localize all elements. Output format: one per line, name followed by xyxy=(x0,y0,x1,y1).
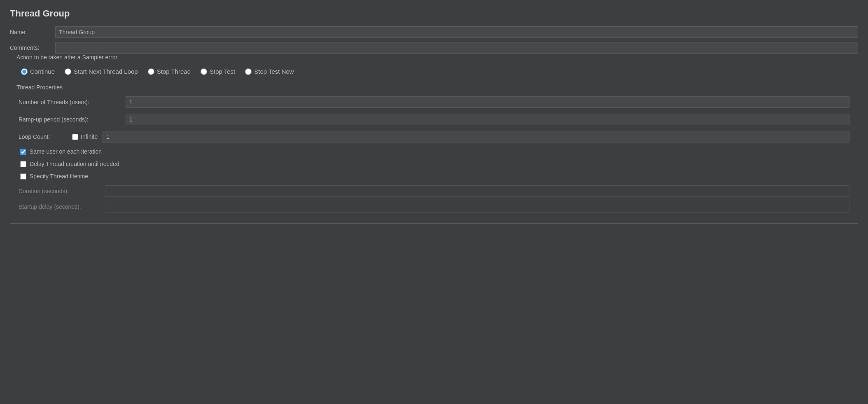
loop-count-label: Loop Count: xyxy=(19,133,72,140)
radio-stop-test-label: Stop Test xyxy=(210,68,235,75)
radio-stop-test-input[interactable] xyxy=(201,68,207,75)
radio-start-next-label: Start Next Thread Loop xyxy=(74,68,138,75)
sampler-error-section: Action to be taken after a Sampler error… xyxy=(10,58,858,81)
name-label: Name: xyxy=(10,29,55,35)
radio-continue[interactable]: Continue xyxy=(21,68,55,75)
num-threads-label: Number of Threads (users): xyxy=(19,99,126,105)
radio-group: Continue Start Next Thread Loop Stop Thr… xyxy=(17,64,851,77)
delay-thread-row: Delay Thread creation until needed xyxy=(19,161,849,167)
comments-input[interactable] xyxy=(55,42,858,54)
loop-count-row: Loop Count: Infinite xyxy=(19,131,849,142)
radio-continue-input[interactable] xyxy=(21,68,28,75)
radio-stop-test-now-label: Stop Test Now xyxy=(254,68,294,75)
infinite-wrap: Infinite xyxy=(72,133,98,140)
same-user-checkbox[interactable] xyxy=(20,149,26,155)
delay-thread-checkbox[interactable] xyxy=(20,161,26,167)
ramp-up-label: Ramp-up period (seconds): xyxy=(19,116,126,123)
radio-start-next-thread-loop[interactable]: Start Next Thread Loop xyxy=(65,68,138,75)
duration-label: Duration (seconds): xyxy=(19,188,105,194)
comments-row: Comments: xyxy=(10,42,858,54)
delay-thread-label: Delay Thread creation until needed xyxy=(30,161,119,167)
same-user-label: Same user on each iteration xyxy=(30,148,102,155)
startup-delay-row: Startup delay (seconds): xyxy=(19,201,849,213)
page-title: Thread Group xyxy=(10,8,858,19)
num-threads-input[interactable] xyxy=(126,96,849,108)
radio-continue-label: Continue xyxy=(30,68,55,75)
sampler-error-legend: Action to be taken after a Sampler error xyxy=(14,54,119,61)
specify-lifetime-checkbox[interactable] xyxy=(20,173,26,180)
startup-delay-input[interactable] xyxy=(105,201,849,213)
radio-stop-test-now[interactable]: Stop Test Now xyxy=(245,68,294,75)
num-threads-row: Number of Threads (users): xyxy=(19,96,849,108)
ramp-up-row: Ramp-up period (seconds): xyxy=(19,114,849,125)
loop-count-input[interactable] xyxy=(103,131,849,142)
name-input[interactable] xyxy=(55,26,858,38)
comments-label: Comments: xyxy=(10,44,55,51)
thread-properties-legend: Thread Properties xyxy=(14,84,65,91)
radio-stop-thread-label: Stop Thread xyxy=(157,68,191,75)
infinite-checkbox[interactable] xyxy=(72,134,78,140)
ramp-up-input[interactable] xyxy=(126,114,849,125)
radio-start-next-input[interactable] xyxy=(65,68,71,75)
specify-lifetime-label: Specify Thread lifetime xyxy=(30,173,88,180)
radio-stop-test-now-input[interactable] xyxy=(245,68,252,75)
infinite-label: Infinite xyxy=(81,133,98,140)
specify-lifetime-row: Specify Thread lifetime xyxy=(19,173,849,180)
radio-stop-test[interactable]: Stop Test xyxy=(201,68,235,75)
name-row: Name: xyxy=(10,26,858,38)
same-user-row: Same user on each iteration xyxy=(19,148,849,155)
thread-properties-section: Thread Properties Number of Threads (use… xyxy=(10,88,858,224)
radio-stop-thread-input[interactable] xyxy=(148,68,154,75)
startup-delay-label: Startup delay (seconds): xyxy=(19,203,105,210)
duration-row: Duration (seconds): xyxy=(19,185,849,197)
radio-stop-thread[interactable]: Stop Thread xyxy=(148,68,191,75)
duration-input[interactable] xyxy=(105,185,849,197)
main-container: Thread Group Name: Comments: Action to b… xyxy=(0,0,868,238)
